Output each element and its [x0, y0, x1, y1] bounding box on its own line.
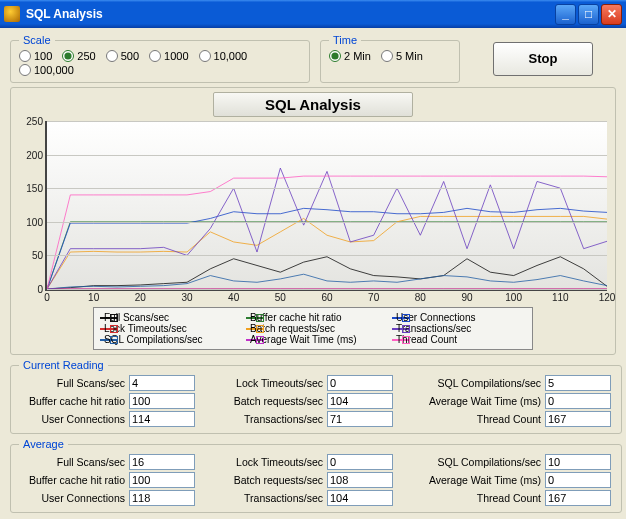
window-title: SQL Analysis	[26, 7, 103, 21]
average-group: Average Full Scans/sec Lock Timeouts/sec…	[10, 438, 622, 513]
label-batch-requests-avg: Batch requests/sec	[227, 474, 327, 486]
x-tick: 30	[181, 292, 192, 303]
time-option[interactable]: 5 Min	[381, 50, 423, 62]
series-line	[47, 208, 607, 289]
time-option[interactable]: 2 Min	[329, 50, 371, 62]
current-reading-legend: Current Reading	[19, 359, 108, 371]
label-lock-timeouts: Lock Timeouts/sec	[227, 377, 327, 389]
close-button[interactable]: ✕	[601, 4, 622, 25]
current-sql-compilations[interactable]	[545, 375, 611, 391]
label-sql-compilations: SQL Compilations/sec	[425, 377, 545, 389]
scale-radio[interactable]	[106, 50, 118, 62]
legend-item: SQL Compilations/sec	[100, 334, 234, 345]
x-tick: 110	[552, 292, 569, 303]
y-tick: 0	[17, 284, 43, 295]
y-gridline	[47, 188, 607, 189]
y-tick: 50	[17, 250, 43, 261]
current-user-conn[interactable]	[129, 411, 195, 427]
current-thread-count[interactable]	[545, 411, 611, 427]
label-user-conn-avg: User Connections	[19, 492, 129, 504]
label-lock-timeouts-avg: Lock Timeouts/sec	[227, 456, 327, 468]
scale-option[interactable]: 100,000	[19, 64, 74, 76]
series-line	[47, 257, 607, 289]
x-tick: 100	[505, 292, 522, 303]
titlebar: SQL Analysis _ □ ✕	[0, 0, 626, 28]
average-batch-requests[interactable]	[327, 472, 393, 488]
scale-radio[interactable]	[149, 50, 161, 62]
y-tick: 100	[17, 216, 43, 227]
label-transactions-avg: Transactions/sec	[227, 492, 327, 504]
time-radio[interactable]	[381, 50, 393, 62]
label-avg-wait: Average Wait Time (ms)	[425, 395, 545, 407]
current-buffer-cache[interactable]	[129, 393, 195, 409]
series-line	[47, 274, 607, 289]
legend-item: Batch requests/sec	[246, 323, 380, 334]
y-gridline	[47, 155, 607, 156]
y-tick: 250	[17, 116, 43, 127]
scale-option[interactable]: 500	[106, 50, 139, 62]
scale-radio[interactable]	[19, 64, 31, 76]
current-avg-wait[interactable]	[545, 393, 611, 409]
label-user-conn: User Connections	[19, 413, 129, 425]
current-reading-group: Current Reading Full Scans/sec Lock Time…	[10, 359, 622, 434]
label-full-scans: Full Scans/sec	[19, 377, 129, 389]
current-batch-requests[interactable]	[327, 393, 393, 409]
legend-item: Thread Count	[392, 334, 526, 345]
scale-option[interactable]: 250	[62, 50, 95, 62]
legend-item: User Connections	[392, 312, 526, 323]
x-tick: 70	[368, 292, 379, 303]
scale-label: 250	[77, 50, 95, 62]
x-tick: 50	[275, 292, 286, 303]
stop-button[interactable]: Stop	[493, 42, 593, 76]
x-tick: 40	[228, 292, 239, 303]
scale-option[interactable]: 10,000	[199, 50, 248, 62]
scale-radio[interactable]	[199, 50, 211, 62]
average-lock-timeouts[interactable]	[327, 454, 393, 470]
legend-label: Average Wait Time (ms)	[250, 334, 357, 345]
legend-item: Lock Timeouts/sec	[100, 323, 234, 334]
scale-radio[interactable]	[62, 50, 74, 62]
scale-radio[interactable]	[19, 50, 31, 62]
x-tick: 10	[88, 292, 99, 303]
chart-panel: SQL Analysis 050100150200250010203040506…	[10, 87, 616, 355]
average-full-scans[interactable]	[129, 454, 195, 470]
y-gridline	[47, 121, 607, 122]
scale-option[interactable]: 100	[19, 50, 52, 62]
label-buffer-cache: Buffer cache hit ratio	[19, 395, 129, 407]
time-radio[interactable]	[329, 50, 341, 62]
maximize-button[interactable]: □	[578, 4, 599, 25]
scale-label: 100,000	[34, 64, 74, 76]
time-label: 2 Min	[344, 50, 371, 62]
time-legend: Time	[329, 34, 361, 46]
x-tick: 90	[461, 292, 472, 303]
average-thread-count[interactable]	[545, 490, 611, 506]
average-legend: Average	[19, 438, 68, 450]
average-buffer-cache[interactable]	[129, 472, 195, 488]
y-gridline	[47, 222, 607, 223]
scale-label: 500	[121, 50, 139, 62]
current-lock-timeouts[interactable]	[327, 375, 393, 391]
label-avg-wait-avg: Average Wait Time (ms)	[425, 474, 545, 486]
x-tick: 20	[135, 292, 146, 303]
series-line	[47, 168, 607, 289]
current-transactions[interactable]	[327, 411, 393, 427]
current-full-scans[interactable]	[129, 375, 195, 391]
label-buffer-cache-avg: Buffer cache hit ratio	[19, 474, 129, 486]
x-tick: 0	[44, 292, 50, 303]
legend-item: Transactions/sec	[392, 323, 526, 334]
label-batch-requests: Batch requests/sec	[227, 395, 327, 407]
legend-item: Buffer cache hit ratio	[246, 312, 380, 323]
legend-item: Average Wait Time (ms)	[246, 334, 380, 345]
app-icon	[4, 6, 20, 22]
chart-title: SQL Analysis	[213, 92, 413, 117]
average-avg-wait[interactable]	[545, 472, 611, 488]
series-line	[47, 216, 607, 289]
average-transactions[interactable]	[327, 490, 393, 506]
x-tick: 80	[415, 292, 426, 303]
minimize-button[interactable]: _	[555, 4, 576, 25]
scale-label: 100	[34, 50, 52, 62]
scale-option[interactable]: 1000	[149, 50, 188, 62]
average-sql-compilations[interactable]	[545, 454, 611, 470]
average-user-conn[interactable]	[129, 490, 195, 506]
scale-legend: Scale	[19, 34, 55, 46]
